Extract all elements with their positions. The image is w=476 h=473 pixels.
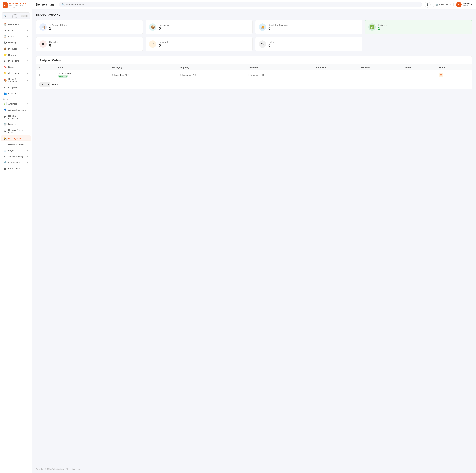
user-name: Admin bbox=[463, 2, 470, 5]
nav-label-header-footer: Header & Footer bbox=[8, 143, 28, 146]
stat-value-canceled: 0 bbox=[49, 43, 58, 48]
stat-card-returned: ↩ Returned 0 bbox=[146, 37, 253, 51]
sidebar-item-brands[interactable]: 🔖 Brands bbox=[1, 64, 31, 70]
user-menu[interactable]: A Admin Admin ▾ bbox=[456, 2, 472, 7]
stats-row2-empty bbox=[365, 37, 472, 51]
sidebar-item-reviews[interactable]: ⭐ Reviews bbox=[1, 52, 31, 58]
col-action: Action bbox=[436, 65, 472, 70]
sidebar-item-pages[interactable]: 📄 Pages ▾ bbox=[1, 147, 31, 153]
assigned-orders-section: Assigned Orders #CodePackagingShippingDe… bbox=[36, 56, 472, 89]
nav-label-colors-attributes: Colors & Attributes bbox=[8, 78, 25, 83]
chevron-icon: ▾ bbox=[27, 29, 28, 32]
sidebar-item-colors-attributes[interactable]: 🎨 Colors & Attributes ▾ bbox=[1, 76, 31, 84]
stat-label-ready-shipping: Ready For Shipping bbox=[268, 24, 288, 26]
content-area: Orders Statistics 📋 All Assigned Orders … bbox=[32, 9, 476, 465]
nav-label-deliverymans: Deliverymans bbox=[8, 137, 28, 140]
sidebar-item-pos[interactable]: 🖥 POS ▾ bbox=[1, 27, 31, 33]
nav-icon-products: 📦 bbox=[4, 47, 7, 50]
nav-label-products: Products bbox=[8, 48, 25, 50]
stat-label-canceled: Canceled bbox=[49, 41, 58, 43]
stat-icon-delivered: ✅ bbox=[369, 23, 376, 31]
sidebar-item-deliverymans[interactable]: 🛵 Deliverymans bbox=[1, 135, 31, 141]
col-failed: Failed bbox=[402, 65, 436, 70]
sidebar-item-coupons[interactable]: 🎟 Coupons bbox=[1, 84, 31, 90]
row-returned: - bbox=[358, 70, 402, 80]
stat-icon-canceled: ✖ bbox=[39, 40, 47, 48]
row-num: 1 bbox=[36, 70, 55, 80]
nav-label-system-settings: System Settings bbox=[8, 155, 25, 158]
sidebar-item-roles[interactable]: 🛡 Roles & Permissions bbox=[1, 113, 31, 121]
sidebar-item-promotions[interactable]: 🏷 Promotions ▾ bbox=[1, 58, 31, 64]
header-search[interactable]: 🔍 bbox=[59, 2, 422, 7]
nav-label-brands: Brands bbox=[8, 66, 28, 68]
chevron-icon: ▾ bbox=[27, 155, 28, 158]
nav-icon-categories: 📁 bbox=[4, 72, 7, 75]
nav-icon-dashboard: 🏠 bbox=[4, 23, 7, 26]
nav-label-orders: Orders bbox=[8, 35, 25, 38]
table-body: 1 24122-20408 delivered 3 December, 2024… bbox=[36, 70, 472, 80]
nav-label-integrations: Integrations bbox=[8, 161, 25, 164]
branch-icon: 🏢 bbox=[435, 3, 438, 6]
branch-selector[interactable]: 🏢 MESA - D... ▾ bbox=[433, 2, 454, 7]
row-code: 24122-20408 delivered bbox=[55, 70, 109, 80]
view-action-button[interactable]: 👁 bbox=[439, 73, 443, 77]
sidebar-item-customers[interactable]: 👥 Customers bbox=[1, 90, 31, 96]
nav-label-pos: POS bbox=[8, 29, 25, 32]
nav-label-messages: Messages bbox=[8, 41, 28, 44]
sidebar-search[interactable]: 🔍 Quick Search... ctrl+k bbox=[2, 13, 30, 19]
avatar: A bbox=[456, 2, 461, 7]
sidebar: M ECOMMERCE CMS SINGLE VENDOR MULTI BRAN… bbox=[0, 0, 32, 473]
sidebar-item-dashboard[interactable]: 🏠 Dashboard bbox=[1, 21, 31, 27]
col-packaging: Packaging bbox=[109, 65, 177, 70]
sidebar-item-system-settings[interactable]: ⚙ System Settings ▾ bbox=[1, 153, 31, 159]
stat-icon-returned: ↩ bbox=[149, 40, 156, 48]
sidebar-item-orders[interactable]: 📋 Orders ▾ bbox=[1, 34, 31, 39]
chat-button[interactable]: 💬 bbox=[425, 2, 431, 8]
sidebar-item-integrations[interactable]: 🔗 Integrations ▾ bbox=[1, 160, 31, 166]
logo-text: ECOMMERCE CMS bbox=[9, 2, 29, 5]
sidebar-item-admins[interactable]: 👤 Admins/Employee bbox=[1, 107, 31, 113]
stat-card-failed: ⏱ Failed 0 bbox=[255, 37, 362, 51]
chevron-icon: ▾ bbox=[27, 149, 28, 152]
stat-icon-failed: ⏱ bbox=[259, 40, 266, 48]
col-returned: Returned bbox=[358, 65, 402, 70]
search-input[interactable] bbox=[66, 3, 419, 6]
nav-label-promotions: Promotions bbox=[8, 60, 25, 62]
search-icon: 🔍 bbox=[4, 15, 11, 17]
stats-row-2: ✖ Canceled 0 ↩ Returned 0 ⏱ Failed 0 bbox=[36, 37, 472, 51]
stat-card-delivered: ✅ Delivered 1 bbox=[365, 20, 472, 34]
stat-value-failed: 0 bbox=[268, 43, 274, 48]
sidebar-item-analytics[interactable]: 📊 Analytics ▾ bbox=[1, 101, 31, 107]
sidebar-item-messages[interactable]: 💬 Messages bbox=[1, 40, 31, 46]
nav-label-clear-cache: Clear Cache bbox=[8, 167, 28, 170]
assigned-orders-title: Assigned Orders bbox=[36, 56, 472, 64]
nav-icon-system-settings: ⚙ bbox=[4, 155, 7, 158]
sidebar-item-products[interactable]: 📦 Products ▾ bbox=[1, 46, 31, 52]
nav-icon-analytics: 📊 bbox=[4, 102, 7, 105]
col-#: # bbox=[36, 65, 55, 70]
stat-icon-all-assigned: 📋 bbox=[39, 23, 47, 31]
sidebar-item-header-footer[interactable]: Header & Footer bbox=[1, 142, 31, 147]
stats-row-1: 📋 All Assigned Orders 1 📦 Packaging 0 🚚 … bbox=[36, 20, 472, 34]
row-packaging: 3 December, 2024 bbox=[109, 70, 177, 80]
nav-label-categories: Categories bbox=[8, 72, 25, 74]
sidebar-item-delivery-area[interactable]: 🗺 Delivery Area & Cost bbox=[1, 127, 31, 135]
branch-label: MESA - D... bbox=[439, 3, 449, 6]
logo-icon: M bbox=[3, 2, 8, 8]
nav-label-delivery-area: Delivery Area & Cost bbox=[8, 129, 28, 134]
entries-select[interactable]: 102550100 bbox=[39, 82, 50, 87]
sidebar-logo: M ECOMMERCE CMS SINGLE VENDOR MULTI BRAN… bbox=[0, 0, 32, 11]
stat-value-packaging: 0 bbox=[159, 26, 169, 31]
copyright-text: Copyright © 2024 AnbarSoftware. All righ… bbox=[32, 465, 476, 473]
stat-value-ready-shipping: 0 bbox=[268, 26, 288, 31]
sidebar-item-clear-cache[interactable]: 🗑 Clear Cache bbox=[1, 166, 31, 171]
stat-value-delivered: 1 bbox=[378, 26, 387, 31]
nav-icon-clear-cache: 🗑 bbox=[4, 167, 7, 170]
sidebar-item-branches[interactable]: 🏢 Branches bbox=[1, 121, 31, 127]
nav-icon-promotions: 🏷 bbox=[4, 60, 7, 62]
stat-label-delivered: Delivered bbox=[378, 24, 387, 26]
nav-icon-messages: 💬 bbox=[4, 41, 7, 44]
logo-tagline: SINGLE VENDOR MULTI BRANCH bbox=[9, 5, 29, 8]
row-delivered: 3 December, 2024 bbox=[245, 70, 313, 80]
sidebar-item-categories[interactable]: 📁 Categories ▾ bbox=[1, 70, 31, 76]
